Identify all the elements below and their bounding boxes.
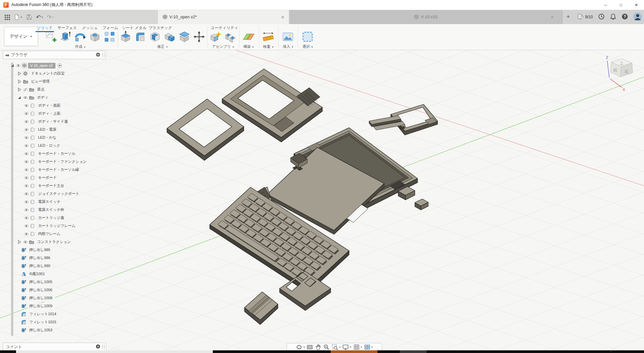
ribbon-tab-1[interactable]: ソリッド — [35, 25, 54, 31]
ribbon-group-2-dropdown[interactable]: 修正 ▾ — [157, 44, 167, 49]
extrude-button[interactable] — [59, 31, 71, 43]
shell-button[interactable] — [149, 31, 161, 43]
tab-close-icon[interactable]: ✕ — [281, 15, 285, 20]
expand-arrow-icon[interactable] — [16, 71, 22, 76]
visibility-eye-icon[interactable] — [23, 143, 29, 148]
ribbon-tab-5[interactable]: シート メタル — [121, 25, 148, 31]
create-sketch-button[interactable] — [45, 31, 57, 43]
look-at-tool[interactable] — [307, 344, 313, 350]
collapse-arrow-icon[interactable] — [16, 95, 22, 100]
ribbon-group-6-dropdown[interactable]: 挿入 ▾ — [283, 44, 293, 49]
fillet-button[interactable] — [134, 31, 146, 43]
tree-item-label[interactable]: キーボード・カーソル — [36, 150, 78, 157]
close-button[interactable]: ✕ — [629, 0, 644, 10]
tree-item-label[interactable]: ボディ — [35, 94, 51, 101]
tree-item-label[interactable]: 内部フレーム — [36, 231, 63, 237]
redo-button[interactable]: ↷▾ — [47, 14, 53, 21]
tree-item[interactable]: フィレット1014 — [21, 311, 59, 318]
tree-item[interactable]: 押し出し1006 — [21, 286, 55, 294]
tree-item-label[interactable]: ドキュメントの設定 — [29, 70, 67, 77]
visibility-eye-icon[interactable] — [23, 119, 29, 124]
tree-item[interactable]: 押し出し985 — [21, 246, 53, 254]
tree-item[interactable]: ボディ・底面 — [23, 102, 63, 109]
tree-item[interactable]: カートリッジフレーム — [23, 222, 78, 230]
workspace-design-dropdown[interactable]: デザイン ▼ — [4, 27, 38, 46]
tree-item[interactable]: 押し出し986 — [21, 254, 53, 262]
save-button[interactable] — [26, 14, 32, 20]
ribbon-tab-4[interactable]: フォーム — [101, 25, 120, 31]
comments-panel[interactable]: コメント — [3, 343, 106, 351]
tree-item[interactable]: 押し出し1008 — [21, 295, 55, 302]
tree-item[interactable]: キーボード・カーソル — [23, 150, 78, 157]
visibility-eye-icon[interactable] — [23, 127, 29, 132]
browser-scrollbar[interactable] — [11, 63, 13, 336]
model-thin-rails[interactable] — [369, 116, 405, 130]
tree-item[interactable]: 勾配1001 — [21, 270, 47, 278]
combine-button[interactable] — [164, 31, 176, 43]
collapse-arrow-icon[interactable] — [9, 63, 15, 68]
minimize-button[interactable]: ─ — [598, 0, 613, 10]
ribbon-tab-3[interactable]: メッシュ — [80, 25, 99, 31]
tree-item[interactable]: 押し出し1009 — [21, 303, 55, 310]
tab-v10-v15[interactable]: V-10 v15 ✕ — [290, 10, 562, 24]
split-body-button[interactable] — [178, 31, 190, 43]
tree-item[interactable]: ボディ — [16, 94, 51, 101]
tree-item[interactable]: 内部フレーム — [23, 230, 63, 238]
tree-item-label[interactable]: ボディ・底面 — [36, 102, 63, 109]
tree-item-label[interactable]: LED・かな — [36, 134, 59, 141]
tree-item-label[interactable]: 電源スイッチ — [36, 199, 63, 205]
tree-item[interactable]: ボディ・上面 — [23, 110, 63, 117]
visibility-eye-icon[interactable] — [23, 183, 29, 189]
tree-item-label[interactable]: ジョイスティックポート — [36, 191, 82, 197]
tree-item[interactable]: 押し出し990 — [21, 262, 53, 270]
tree-item-label[interactable]: 原点 — [35, 86, 47, 93]
panel-drag-grip[interactable] — [103, 345, 105, 349]
tree-item[interactable]: ボディ・サイド蓋 — [23, 118, 71, 125]
tree-item-label[interactable]: ボディ・上面 — [36, 110, 63, 117]
pattern-button[interactable] — [104, 31, 116, 43]
viewports-tool[interactable]: ▾ — [364, 344, 373, 350]
tab-v10-open-v2[interactable]: V-10_open v2* ✕ — [158, 10, 289, 24]
tree-item[interactable]: キーボード — [23, 174, 59, 182]
avatar[interactable] — [633, 12, 642, 22]
tree-item[interactable]: ビュー管理 — [16, 78, 52, 85]
visibility-eye-icon[interactable] — [22, 239, 28, 245]
pan-tool[interactable] — [315, 344, 321, 350]
visibility-eye-icon[interactable] — [23, 135, 29, 140]
tree-item-label[interactable]: カートリッジフレーム — [36, 223, 78, 229]
browser-panel-header[interactable]: ◀◀ ブラウザ — [3, 51, 106, 59]
tree-item-label[interactable]: 押し出し985 — [27, 247, 53, 253]
tree-item-label[interactable]: 押し出し1005 — [27, 279, 55, 285]
tree-item-label[interactable]: コンストラクション — [35, 239, 73, 245]
visibility-eye-icon[interactable] — [23, 231, 29, 237]
expand-arrow-icon[interactable] — [16, 239, 22, 245]
fit-tool[interactable]: ▾ — [332, 344, 340, 350]
tree-item[interactable]: LED・電源 — [23, 126, 59, 133]
move-button[interactable] — [193, 31, 205, 43]
tree-item-label[interactable]: 押し出し1053 — [27, 327, 55, 334]
expand-arrow-icon[interactable] — [16, 79, 22, 84]
tree-item-label[interactable]: 押し出し986 — [27, 255, 53, 261]
press-pull-button[interactable] — [120, 31, 132, 43]
tree-item[interactable]: キーボード土台 — [23, 182, 67, 190]
display-settings-tool[interactable]: ▾ — [342, 344, 351, 350]
ribbon-tab-7[interactable]: ユーティリティ — [209, 25, 239, 31]
revolve-button[interactable] — [74, 31, 86, 43]
collapse-all-icon[interactable] — [96, 52, 101, 58]
ribbon-group-5-dropdown[interactable]: 検査 ▾ — [263, 44, 273, 49]
activate-component-radio[interactable] — [57, 63, 63, 68]
tree-item-label[interactable]: 勾配1001 — [27, 271, 47, 277]
visibility-eye-icon[interactable] — [23, 199, 29, 205]
tree-item[interactable]: カートリッジ蓋 — [23, 214, 67, 222]
visibility-eye-icon[interactable] — [23, 159, 29, 164]
collapse-panel-icon[interactable]: ◀◀ — [5, 53, 8, 57]
visibility-eye-icon[interactable] — [22, 87, 28, 92]
tree-item-label[interactable]: ビュー管理 — [29, 78, 52, 85]
maximize-button[interactable]: □ — [613, 0, 629, 10]
insert-image-button[interactable] — [282, 31, 294, 43]
ribbon-group-1-dropdown[interactable]: 作成 ▾ — [75, 44, 85, 49]
tree-item-label[interactable]: フィレット1015 — [27, 319, 59, 326]
tree-item-label[interactable]: V-10_open v2 — [28, 63, 55, 69]
ribbon-tab-6[interactable]: プラスチック — [147, 25, 174, 31]
tree-item-label[interactable]: 押し出し1009 — [27, 303, 55, 310]
